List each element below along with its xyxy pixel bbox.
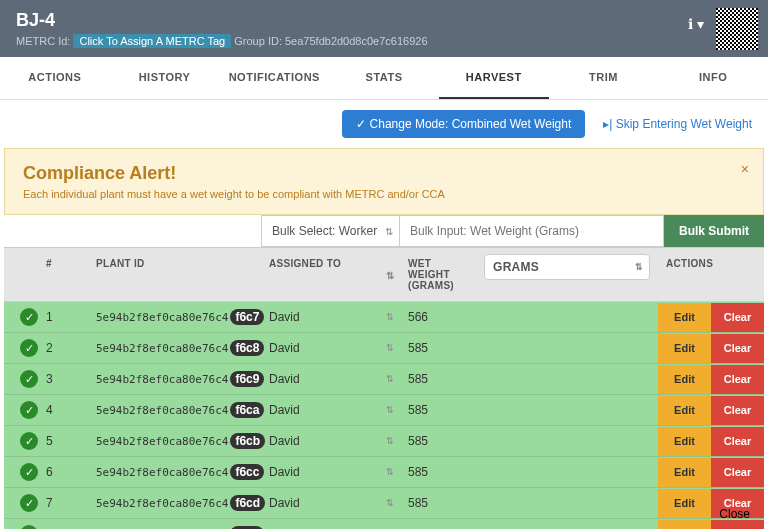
row-actions: EditClear: [658, 458, 764, 487]
edit-button[interactable]: Edit: [658, 427, 711, 456]
harvest-table: Bulk Select: Worker⇅ Bulk Submit # PLANT…: [4, 215, 764, 529]
clear-button[interactable]: Clear: [711, 303, 764, 332]
chevron-updown-icon: ⇅: [386, 343, 394, 353]
col-wet-weight[interactable]: WET WEIGHT (GRAMS): [400, 248, 476, 301]
chevron-updown-icon: ⇅: [385, 226, 393, 237]
plant-id: 5e94b2f8ef0ca80e76c4f6c8: [88, 335, 261, 361]
unit-select[interactable]: Grams⇅: [484, 254, 650, 280]
plant-id: 5e94b2f8ef0ca80e76c4f6ce: [88, 521, 261, 529]
clear-button[interactable]: Clear: [711, 427, 764, 456]
clear-button[interactable]: Clear: [711, 365, 764, 394]
row-actions: EditClear: [658, 365, 764, 394]
row-number: 4: [38, 397, 88, 423]
row-number: 6: [38, 459, 88, 485]
tab-info[interactable]: INFO: [658, 57, 768, 99]
plant-id: 5e94b2f8ef0ca80e76c4f6cb: [88, 428, 261, 454]
check-icon[interactable]: ✓: [20, 494, 38, 512]
check-icon[interactable]: ✓: [20, 339, 38, 357]
col-actions: ACTIONS: [658, 248, 764, 301]
tab-bar: ACTIONSHISTORYNOTIFICATIONSSTATSHARVESTT…: [0, 57, 768, 100]
close-button[interactable]: Close: [701, 499, 768, 529]
col-unit: Grams⇅: [476, 248, 658, 301]
wet-weight: 585: [400, 397, 476, 423]
wet-weight: 585: [400, 490, 476, 516]
chevron-updown-icon: ⇅: [386, 312, 394, 322]
assigned-to[interactable]: David⇅: [261, 521, 400, 529]
check-icon[interactable]: ✓: [20, 308, 38, 326]
change-mode-button[interactable]: ✓ Change Mode: Combined Wet Weight: [342, 110, 585, 138]
check-icon[interactable]: ✓: [20, 463, 38, 481]
bulk-input-weight[interactable]: [400, 215, 664, 247]
skip-wet-weight-button[interactable]: ▸| Skip Entering Wet Weight: [603, 117, 752, 131]
alert-close-icon[interactable]: ×: [741, 161, 749, 177]
chevron-updown-icon: ⇅: [386, 498, 394, 508]
edit-button[interactable]: Edit: [658, 303, 711, 332]
check-icon[interactable]: ✓: [20, 401, 38, 419]
chevron-updown-icon: ⇅: [386, 405, 394, 415]
edit-button[interactable]: Edit: [658, 334, 711, 363]
tab-stats[interactable]: STATS: [329, 57, 439, 99]
row-actions: EditClear: [658, 396, 764, 425]
assigned-to[interactable]: David⇅: [261, 366, 400, 392]
tab-actions[interactable]: ACTIONS: [0, 57, 110, 99]
bulk-row: Bulk Select: Worker⇅ Bulk Submit: [4, 215, 764, 247]
group-id: 5ea75fdb2d0d8c0e7c616926: [285, 35, 428, 47]
assigned-to[interactable]: David⇅: [261, 304, 400, 330]
group-label: Group ID:: [234, 35, 282, 47]
assigned-to[interactable]: David⇅: [261, 428, 400, 454]
row-actions: EditClear: [658, 303, 764, 332]
modal-header: BJ-4 METRC Id: Click To Assign A METRC T…: [0, 0, 768, 57]
assigned-to[interactable]: David⇅: [261, 335, 400, 361]
table-row: ✓45e94b2f8ef0ca80e76c4f6caDavid⇅585EditC…: [4, 395, 764, 426]
wet-weight: 585: [400, 459, 476, 485]
edit-button[interactable]: Edit: [658, 365, 711, 394]
assigned-to[interactable]: David⇅: [261, 459, 400, 485]
table-row: ✓75e94b2f8ef0ca80e76c4f6cdDavid⇅585EditC…: [4, 488, 764, 519]
chevron-updown-icon: ⇅: [386, 467, 394, 477]
row-number: 8: [38, 521, 88, 529]
row-actions: EditClear: [658, 334, 764, 363]
assigned-to[interactable]: David⇅: [261, 490, 400, 516]
table-row: ✓55e94b2f8ef0ca80e76c4f6cbDavid⇅585EditC…: [4, 426, 764, 457]
tab-notifications[interactable]: NOTIFICATIONS: [219, 57, 329, 99]
tab-history[interactable]: HISTORY: [110, 57, 220, 99]
clear-button[interactable]: Clear: [711, 396, 764, 425]
plant-id: 5e94b2f8ef0ca80e76c4f6c9: [88, 366, 261, 392]
table-header: # PLANT ID ASSIGNED TO⇅ WET WEIGHT (GRAM…: [4, 247, 764, 302]
check-icon[interactable]: ✓: [20, 432, 38, 450]
assign-metrc-button[interactable]: Click To Assign A METRC Tag: [73, 34, 231, 48]
wet-weight: 585: [400, 335, 476, 361]
row-number: 1: [38, 304, 88, 330]
compliance-alert: Compliance Alert! Each individual plant …: [4, 148, 764, 215]
metrc-label: METRC Id:: [16, 35, 70, 47]
row-number: 7: [38, 490, 88, 516]
col-number: #: [38, 248, 88, 301]
chevron-updown-icon: ⇅: [635, 262, 643, 272]
check-icon[interactable]: ✓: [20, 525, 38, 529]
assigned-to[interactable]: David⇅: [261, 397, 400, 423]
wet-weight: 585: [400, 428, 476, 454]
plant-id: 5e94b2f8ef0ca80e76c4f6ca: [88, 397, 261, 423]
chevron-updown-icon: ⇅: [386, 374, 394, 384]
bulk-select-worker[interactable]: Bulk Select: Worker⇅: [261, 215, 400, 247]
edit-button[interactable]: Edit: [658, 458, 711, 487]
row-number: 5: [38, 428, 88, 454]
alert-body: Each individual plant must have a wet we…: [23, 188, 745, 200]
sort-icon: ⇅: [386, 269, 394, 280]
tab-trim[interactable]: TRIM: [549, 57, 659, 99]
wet-weight: 585: [400, 366, 476, 392]
col-assigned-to[interactable]: ASSIGNED TO⇅: [261, 248, 400, 301]
clear-button[interactable]: Clear: [711, 334, 764, 363]
col-plant-id[interactable]: PLANT ID: [88, 248, 261, 301]
plant-id: 5e94b2f8ef0ca80e76c4f6cd: [88, 490, 261, 516]
qr-code-icon[interactable]: [716, 8, 758, 50]
table-row: ✓65e94b2f8ef0ca80e76c4f6ccDavid⇅585EditC…: [4, 457, 764, 488]
check-icon[interactable]: ✓: [20, 370, 38, 388]
clear-button[interactable]: Clear: [711, 458, 764, 487]
bulk-submit-button[interactable]: Bulk Submit: [664, 215, 764, 247]
tab-harvest[interactable]: HARVEST: [439, 57, 549, 99]
wet-weight: 566: [400, 304, 476, 330]
info-dropdown-icon[interactable]: ℹ ▾: [688, 16, 704, 32]
page-title: BJ-4: [16, 10, 752, 31]
edit-button[interactable]: Edit: [658, 396, 711, 425]
